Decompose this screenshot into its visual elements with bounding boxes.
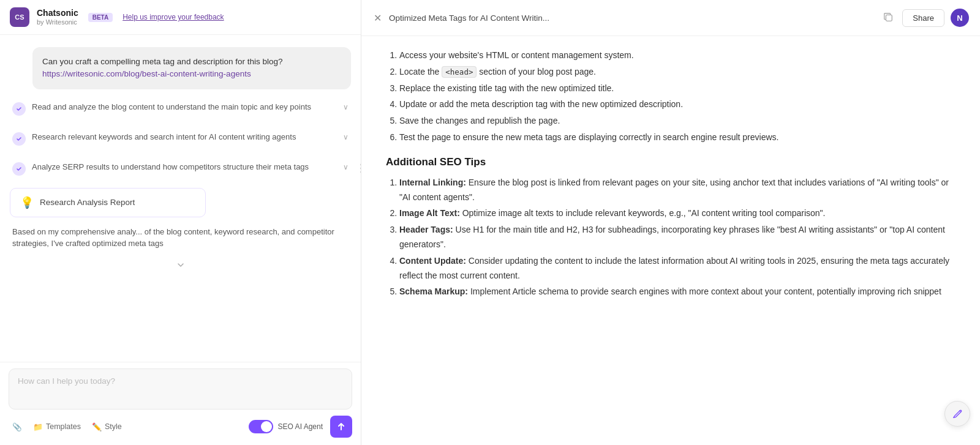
task-check-1	[12, 102, 26, 116]
chat-area: Can you craft a compelling meta tag and …	[0, 35, 361, 362]
input-area: How can I help you today? 📎 📁 Templates …	[0, 362, 361, 445]
templates-button[interactable]: 📁 Templates	[29, 420, 85, 434]
task-chevron-2[interactable]: ∨	[343, 133, 349, 141]
edit-fab-button[interactable]	[944, 401, 970, 427]
step-4: Update or add the meta description tag w…	[399, 97, 956, 112]
task-check-2	[12, 132, 26, 146]
attach-button[interactable]: 📎	[9, 420, 26, 434]
right-content: Access your website's HTML or content ma…	[361, 36, 980, 445]
step-6: Test the page to ensure the new meta tag…	[399, 130, 956, 145]
tip-2: Image Alt Text: Optimize image alt texts…	[399, 206, 956, 221]
task-text-1: Read and analyze the blog content to und…	[32, 102, 337, 113]
task-item-2: Research relevant keywords and search in…	[10, 128, 351, 149]
share-button[interactable]: Share	[902, 9, 944, 27]
right-panel: ✕ Optimized Meta Tags for AI Content Wri…	[361, 0, 980, 445]
folder-icon: 📁	[33, 422, 43, 432]
task-check-3	[12, 162, 26, 176]
user-message-bubble: Can you craft a compelling meta tag and …	[32, 47, 351, 89]
app-logo: CS	[10, 7, 29, 27]
doc-title: Optimized Meta Tags for AI Content Writi…	[389, 13, 874, 23]
analysis-text: Based on my comprehensive analy... of th…	[10, 226, 351, 250]
copy-button[interactable]	[880, 9, 896, 27]
task-chevron-3[interactable]: ∨	[343, 163, 349, 171]
task-chevron-1[interactable]: ∨	[343, 103, 349, 111]
research-card: 💡 Research Analysis Report	[10, 188, 206, 217]
step-1: Access your website's HTML or content ma…	[399, 48, 956, 63]
seo-toggle[interactable]	[249, 420, 273, 433]
brand-sub: by Writesonic	[37, 18, 78, 26]
style-button[interactable]: ✏️ Style	[88, 420, 126, 434]
step-2: Locate the <head> section of your blog p…	[399, 65, 956, 80]
feedback-link[interactable]: Help us improve your feedback	[123, 13, 224, 21]
beta-badge: BETA	[88, 13, 113, 22]
tip-5: Schema Markup: Implement Article schema …	[399, 285, 956, 299]
tip-3: Header Tags: Use H1 for the main title a…	[399, 223, 956, 252]
step-5: Save the changes and republish the page.	[399, 114, 956, 129]
blog-link[interactable]: https://writesonic.com/blog/best-ai-cont…	[42, 69, 251, 78]
brand-info: Chatsonic by Writesonic	[37, 9, 78, 25]
brand-name: Chatsonic	[37, 9, 78, 18]
tip-4: Content Update: Consider updating the co…	[399, 254, 956, 283]
svg-rect-3	[886, 15, 892, 21]
task-item-3: Analyze SERP results to understand how c…	[10, 158, 351, 179]
input-toolbar: 📎 📁 Templates ✏️ Style SEO AI Agent	[9, 416, 352, 438]
implementation-steps: Access your website's HTML or content ma…	[386, 48, 956, 145]
research-label: Research Analysis Report	[40, 198, 135, 207]
left-panel: CS Chatsonic by Writesonic BETA Help us …	[0, 0, 361, 445]
task-text-3: Analyze SERP results to understand how c…	[32, 162, 337, 173]
templates-label: Templates	[46, 422, 81, 431]
seo-toggle-label: SEO AI Agent	[278, 422, 323, 431]
user-avatar: N	[951, 9, 969, 27]
tip-1: Internal Linking: Ensure the blog post i…	[399, 176, 956, 205]
user-message-text: Can you craft a compelling meta tag and …	[42, 57, 282, 66]
seo-tips-list: Internal Linking: Ensure the blog post i…	[386, 176, 956, 299]
toggle-thumb	[261, 421, 272, 432]
right-header: ✕ Optimized Meta Tags for AI Content Wri…	[361, 0, 980, 36]
app-header: CS Chatsonic by Writesonic BETA Help us …	[0, 0, 361, 35]
step-3: Replace the existing title tag with the …	[399, 81, 956, 96]
send-button[interactable]	[330, 416, 352, 438]
style-label: Style	[105, 422, 122, 431]
task-item-1: Read and analyze the blog content to und…	[10, 98, 351, 119]
chat-input-placeholder: How can I help you today?	[18, 376, 343, 386]
lightbulb-icon: 💡	[20, 196, 34, 209]
style-icon: ✏️	[92, 422, 102, 432]
task-text-2: Research relevant keywords and search in…	[32, 132, 337, 143]
section-heading: Additional SEO Tips	[386, 156, 956, 168]
close-button[interactable]: ✕	[372, 11, 383, 25]
scroll-indicator	[10, 260, 351, 271]
seo-toggle-area: SEO AI Agent	[249, 420, 323, 433]
attach-icon: 📎	[12, 422, 22, 432]
